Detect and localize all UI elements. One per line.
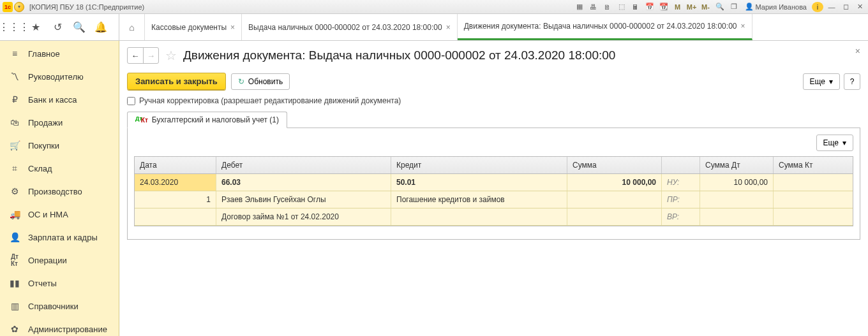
more-button[interactable]: Еще ▾ bbox=[803, 73, 840, 90]
print-icon[interactable]: 🖶 bbox=[588, 2, 599, 12]
forward-button[interactable]: → bbox=[143, 48, 158, 63]
main: ≡Главное 〽Руководителю ₽Банк и касса 🛍Пр… bbox=[0, 41, 868, 336]
cell-empty[interactable] bbox=[135, 208, 216, 225]
cell-debet[interactable]: Рзаев Эльвин Гусейхан Оглы bbox=[216, 191, 391, 208]
col-kredit[interactable]: Кредит bbox=[391, 157, 567, 173]
cell-sumkt[interactable] bbox=[774, 191, 853, 208]
manual-correction-row[interactable]: Ручная корректировка (разрешает редактир… bbox=[127, 96, 860, 105]
m-plus-button[interactable]: M+ bbox=[686, 2, 698, 12]
cell-kredit[interactable]: 50.01 bbox=[391, 174, 567, 191]
window-title: [КОПИЯ] ПБУ 18 (1С:Предприятие) bbox=[29, 3, 574, 11]
table-row[interactable]: Договор займа №1 от 24.02.2020 ВР: bbox=[135, 208, 853, 226]
star-icon[interactable]: ☆ bbox=[165, 48, 177, 63]
home-tab[interactable]: ⌂ bbox=[119, 14, 145, 40]
history-icon[interactable]: ↺ bbox=[51, 21, 64, 34]
cell-sum[interactable] bbox=[567, 191, 662, 208]
col-debet[interactable]: Дебет bbox=[216, 157, 391, 173]
doc-tab-2[interactable]: Движения документа: Выдача наличных 0000… bbox=[458, 14, 752, 40]
window-icon[interactable]: ❐ bbox=[728, 2, 740, 12]
maximize-icon[interactable]: ◻ bbox=[840, 2, 851, 12]
close-tab-icon[interactable]: × bbox=[230, 23, 235, 32]
sidebar-label: Производство bbox=[28, 187, 82, 196]
col-sumkt[interactable]: Сумма Кт bbox=[774, 157, 853, 173]
calendar2-icon[interactable]: 📆 bbox=[658, 2, 670, 12]
compare-icon[interactable]: ⬚ bbox=[616, 2, 627, 12]
doc-tab-label: Движения документа: Выдача наличных 0000… bbox=[464, 22, 737, 31]
sidebar-item-admin[interactable]: ✿Администрирование bbox=[0, 318, 119, 336]
help-button[interactable]: ? bbox=[844, 73, 860, 90]
cell-date[interactable]: 24.03.2020 bbox=[135, 174, 216, 191]
sidebar-label: ОС и НМА bbox=[28, 210, 68, 219]
sidebar-item-bank[interactable]: ₽Банк и касса bbox=[0, 88, 119, 111]
sidebar-item-hr[interactable]: 👤Зарплата и кадры bbox=[0, 226, 119, 249]
zoom-icon[interactable]: 🔍 bbox=[714, 2, 726, 12]
table-row[interactable]: 1 Рзаев Эльвин Гусейхан Оглы Погашение к… bbox=[135, 191, 853, 208]
manual-correction-checkbox[interactable] bbox=[127, 97, 135, 105]
sidebar-item-refs[interactable]: ▥Справочники bbox=[0, 295, 119, 318]
sidebar-item-main[interactable]: ≡Главное bbox=[0, 42, 119, 65]
save-close-button[interactable]: Записать и закрыть bbox=[127, 73, 226, 90]
user-label[interactable]: 👤 Мария Иванова bbox=[742, 3, 809, 11]
sub-tab-bar: Кт Бухгалтерский и налоговый учет (1) bbox=[127, 112, 860, 128]
cell-sumkt[interactable] bbox=[774, 208, 853, 225]
calc-icon[interactable]: 🖩 bbox=[630, 2, 641, 12]
action-right: Еще ▾ ? bbox=[803, 73, 860, 90]
close-tab-icon[interactable]: × bbox=[740, 22, 745, 31]
cell-sumkt[interactable] bbox=[774, 174, 853, 191]
sidebar-item-leader[interactable]: 〽Руководителю bbox=[0, 65, 119, 88]
col-sum[interactable]: Сумма bbox=[567, 157, 662, 173]
sub-tab-accounting[interactable]: Кт Бухгалтерский и налоговый учет (1) bbox=[127, 112, 287, 128]
manual-correction-label: Ручная корректировка (разрешает редактир… bbox=[139, 96, 401, 105]
info-icon[interactable]: i bbox=[812, 2, 823, 12]
search-icon[interactable]: 🔍 bbox=[73, 21, 86, 34]
sidebar-item-purchases[interactable]: 🛒Покупки bbox=[0, 134, 119, 157]
apps-icon[interactable]: ⋮⋮⋮ bbox=[8, 21, 20, 34]
m-minus-button[interactable]: M- bbox=[700, 2, 712, 12]
col-sumdt[interactable]: Сумма Дт bbox=[700, 157, 774, 173]
sidebar-label: Отчеты bbox=[28, 279, 57, 288]
grid-icon[interactable]: ▦ bbox=[574, 2, 585, 12]
cell-debet[interactable]: Договор займа №1 от 24.02.2020 bbox=[216, 208, 391, 225]
calendar-icon[interactable]: 📅 bbox=[644, 2, 655, 12]
doc-tab-0[interactable]: Кассовые документы × bbox=[145, 14, 242, 40]
doc-tab-1[interactable]: Выдача наличных 0000-000002 от 24.03.202… bbox=[242, 14, 458, 40]
cell-kredit[interactable] bbox=[391, 208, 567, 225]
truck-icon: 🚚 bbox=[9, 208, 20, 220]
page-head: ← → ☆ Движения документа: Выдача наличны… bbox=[127, 47, 860, 64]
col-date[interactable]: Дата bbox=[135, 157, 216, 173]
chevron-down-icon: ▾ bbox=[842, 138, 846, 147]
cell-sum[interactable]: 10 000,00 bbox=[567, 174, 662, 191]
sidebar-item-operations[interactable]: ДтКтОперации bbox=[0, 249, 119, 272]
table-row[interactable]: 24.03.2020 66.03 50.01 10 000,00 НУ: 10 … bbox=[135, 174, 853, 191]
back-button[interactable]: ← bbox=[128, 48, 143, 63]
cell-nr: ВР: bbox=[662, 208, 700, 225]
sidebar-item-sales[interactable]: 🛍Продажи bbox=[0, 111, 119, 134]
cell-sumdt[interactable] bbox=[700, 208, 774, 225]
cell-sumdt[interactable]: 10 000,00 bbox=[700, 174, 774, 191]
chart-line-icon: 〽 bbox=[9, 71, 20, 82]
bell-icon[interactable]: 🔔 bbox=[94, 21, 107, 34]
close-icon[interactable]: ✕ bbox=[854, 2, 865, 12]
inner-more-button[interactable]: Еще ▾ bbox=[816, 135, 853, 151]
cell-kredit[interactable]: Погашение кредитов и займов bbox=[391, 191, 567, 208]
cell-n[interactable]: 1 bbox=[135, 191, 216, 208]
refresh-icon bbox=[238, 77, 244, 86]
sidebar-item-assets[interactable]: 🚚ОС и НМА bbox=[0, 203, 119, 226]
page-close-icon[interactable]: × bbox=[855, 46, 860, 56]
sidebar-item-reports[interactable]: ▮▮Отчеты bbox=[0, 272, 119, 295]
sidebar-item-production[interactable]: ⚙Производство bbox=[0, 180, 119, 203]
cell-sum[interactable] bbox=[567, 208, 662, 225]
dropdown-button[interactable] bbox=[14, 2, 24, 12]
close-tab-icon[interactable]: × bbox=[446, 23, 451, 32]
doc-icon[interactable]: 🗎 bbox=[602, 2, 613, 12]
refresh-button[interactable]: Обновить bbox=[231, 73, 290, 90]
cell-debet[interactable]: 66.03 bbox=[216, 174, 391, 191]
m-button[interactable]: M bbox=[672, 2, 684, 12]
cell-sumdt[interactable] bbox=[700, 191, 774, 208]
sidebar-item-warehouse[interactable]: ⌗Склад bbox=[0, 157, 119, 180]
favorite-icon[interactable]: ★ bbox=[29, 21, 42, 34]
minimize-icon[interactable]: — bbox=[826, 2, 837, 12]
warehouse-icon: ⌗ bbox=[9, 163, 20, 174]
content: × ← → ☆ Движения документа: Выдача налич… bbox=[119, 41, 868, 336]
sidebar-label: Покупки bbox=[28, 141, 59, 150]
